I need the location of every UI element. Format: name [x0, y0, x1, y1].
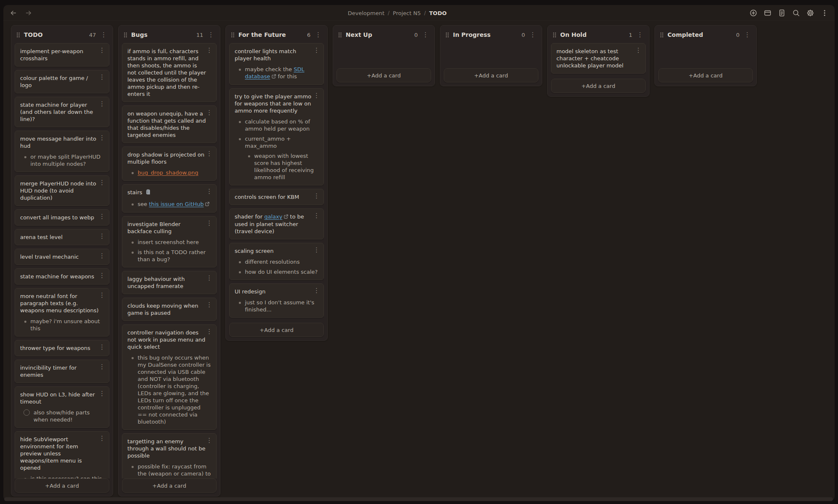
column-menu-button[interactable]: ⋮	[100, 32, 108, 38]
card-menu-button[interactable]: ⋮	[205, 151, 213, 157]
card[interactable]: UI redesign⋮just so I don't assume it's …	[229, 283, 324, 318]
card[interactable]: stairs ⋮see this issue on GitHub	[122, 184, 217, 213]
card[interactable]: move message handler into hud⋮or maybe s…	[15, 131, 109, 172]
card-menu-button[interactable]: ⋮	[205, 437, 213, 444]
add-card-button[interactable]: +Add a card	[122, 478, 217, 493]
card-menu-button[interactable]: ⋮	[313, 288, 321, 294]
card[interactable]: investigate Blender backface culling⋮ins…	[122, 216, 217, 267]
drag-handle-icon[interactable]	[124, 32, 127, 38]
card[interactable]: scaling screen⋮different resolutionshow …	[229, 243, 324, 280]
column-menu-button[interactable]: ⋮	[743, 32, 751, 38]
card[interactable]: laggy behaviour with uncapped framerate⋮	[122, 271, 217, 294]
card[interactable]: targetting an enemy through a wall shoul…	[122, 433, 217, 478]
archive-box-icon[interactable]	[763, 8, 772, 17]
add-card-button[interactable]: +Add a card	[15, 478, 109, 493]
card-menu-button[interactable]: ⋮	[98, 213, 106, 220]
card-menu-button[interactable]: ⋮	[205, 47, 213, 54]
settings-gear-icon[interactable]	[806, 8, 815, 17]
card[interactable]: controller navigation does not work in p…	[122, 324, 217, 430]
search-icon[interactable]	[791, 8, 800, 17]
drag-handle-icon[interactable]	[660, 32, 664, 38]
card-menu-button[interactable]: ⋮	[98, 253, 106, 259]
card-menu-button[interactable]: ⋮	[313, 213, 321, 219]
card[interactable]: on weapon unequip, have a function that …	[122, 105, 217, 143]
card-menu-button[interactable]: ⋮	[313, 193, 321, 199]
drag-handle-icon[interactable]	[445, 32, 449, 38]
card[interactable]: level travel mechanic⋮	[15, 249, 109, 265]
card[interactable]: show HUD on L3, hide after timeout⋮also …	[15, 386, 109, 428]
plus-circle-icon[interactable]	[749, 8, 758, 17]
card[interactable]: hide SubViewport environment for item pr…	[15, 431, 109, 478]
card-menu-button[interactable]: ⋮	[205, 188, 213, 195]
card-menu-button[interactable]: ⋮	[205, 302, 213, 308]
card-menu-button[interactable]: ⋮	[634, 47, 642, 54]
back-arrow-icon[interactable]	[9, 9, 18, 17]
card-menu-button[interactable]: ⋮	[98, 74, 106, 80]
card-menu-button[interactable]: ⋮	[205, 329, 213, 335]
card-subitem: possible fix: raycast from the (weapon o…	[131, 463, 211, 478]
column-menu-button[interactable]: ⋮	[207, 32, 215, 38]
horizontal-scrollbar[interactable]	[4, 497, 833, 501]
card[interactable]: shader for galaxy to be used in planet s…	[229, 208, 324, 239]
card[interactable]: controller lights match player health⋮ma…	[229, 43, 324, 85]
orange-link[interactable]: bug_drop_shadow.png	[138, 170, 199, 176]
card[interactable]: thrower type for weapons⋮	[15, 340, 109, 356]
card-menu-button[interactable]: ⋮	[313, 247, 321, 253]
card-menu-button[interactable]: ⋮	[98, 233, 106, 239]
card-menu-button[interactable]: ⋮	[205, 220, 213, 226]
card-menu-button[interactable]: ⋮	[205, 110, 213, 116]
column-menu-button[interactable]: ⋮	[314, 32, 322, 38]
card[interactable]: state machine for player (and others lat…	[15, 97, 109, 127]
add-card-button[interactable]: +Add a card	[551, 79, 646, 93]
drag-handle-icon[interactable]	[553, 32, 556, 38]
breadcrumb-item[interactable]: Project N5	[393, 10, 421, 16]
card[interactable]: more neutral font for paragraph texts (e…	[15, 288, 109, 337]
card-menu-button[interactable]: ⋮	[313, 47, 321, 54]
column-menu-button[interactable]: ⋮	[422, 32, 429, 38]
card-menu-button[interactable]: ⋮	[98, 101, 106, 107]
card[interactable]: colour palette for game / logo⋮	[15, 70, 109, 93]
add-card-button[interactable]: +Add a card	[658, 68, 753, 82]
card-menu-button[interactable]: ⋮	[98, 292, 106, 298]
checkbox-unchecked[interactable]	[23, 409, 30, 416]
card[interactable]: arena test level⋮	[15, 229, 109, 245]
add-card-button[interactable]: +Add a card	[229, 323, 324, 337]
more-options-icon[interactable]	[820, 8, 829, 17]
forward-arrow-icon[interactable]	[24, 9, 33, 17]
blue-link[interactable]: this issue on GitHub	[149, 201, 204, 207]
card[interactable]: merge PlayerHUD node into HUD node (to a…	[15, 175, 109, 206]
document-icon[interactable]	[777, 8, 786, 17]
card-menu-button[interactable]: ⋮	[98, 47, 106, 54]
card-menu-button[interactable]: ⋮	[98, 180, 106, 186]
card[interactable]: implement per-weapon crosshairs⋮	[15, 43, 109, 67]
card-menu-button[interactable]: ⋮	[98, 273, 106, 279]
breadcrumb-item[interactable]: Development	[348, 10, 385, 16]
card[interactable]: try to give the player ammo for weapons …	[229, 88, 324, 185]
card[interactable]: model skeleton as test character + cheat…	[551, 43, 646, 74]
card[interactable]: state machine for weapons⋮	[15, 268, 109, 285]
card-menu-button[interactable]: ⋮	[98, 391, 106, 397]
card-menu-button[interactable]: ⋮	[98, 364, 106, 370]
card[interactable]: if ammo is full, characters stands in am…	[122, 43, 217, 102]
card[interactable]: controls screen for KBM⋮	[229, 189, 324, 205]
drag-handle-icon[interactable]	[231, 32, 235, 38]
card-menu-button[interactable]: ⋮	[313, 93, 321, 99]
drag-handle-icon[interactable]	[338, 32, 342, 38]
column-menu-button[interactable]: ⋮	[636, 32, 644, 38]
card-title: stairs	[127, 189, 211, 197]
column-on-hold: On Hold1⋮model skeleton as test characte…	[547, 25, 649, 97]
card[interactable]: invincibility timer for enemies⋮	[15, 360, 109, 383]
add-card-button[interactable]: +Add a card	[444, 68, 538, 82]
card-menu-button[interactable]: ⋮	[98, 435, 106, 442]
blue-link[interactable]: galaxy	[264, 213, 282, 220]
card[interactable]: convert all images to webp⋮	[15, 209, 109, 226]
add-card-button[interactable]: +Add a card	[336, 68, 431, 82]
card-menu-button[interactable]: ⋮	[98, 344, 106, 350]
card-menu-button[interactable]: ⋮	[98, 135, 106, 141]
drag-handle-icon[interactable]	[16, 32, 20, 38]
card-subitems: also show/hide parts when needed!	[20, 409, 104, 423]
column-menu-button[interactable]: ⋮	[529, 32, 537, 38]
card-menu-button[interactable]: ⋮	[205, 275, 213, 281]
card[interactable]: clouds keep moving when game is paused⋮	[122, 298, 217, 321]
card[interactable]: drop shadow is projected on multiple flo…	[122, 147, 217, 181]
